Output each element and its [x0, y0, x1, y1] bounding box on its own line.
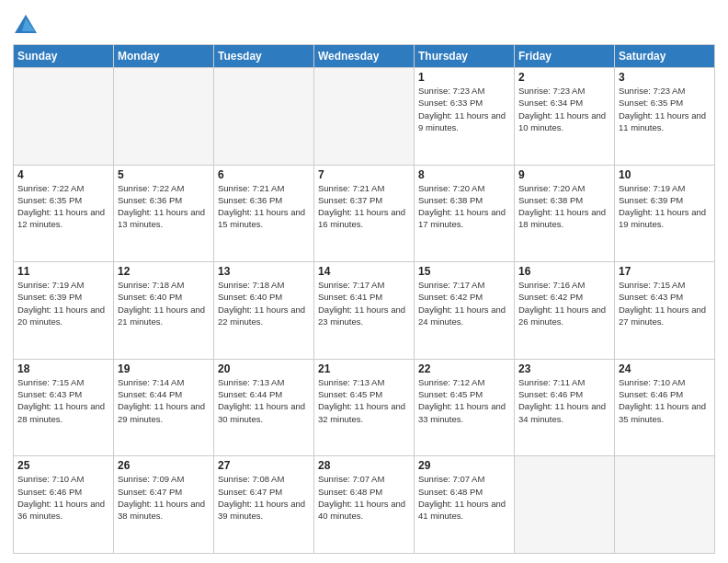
day-info: Sunrise: 7:17 AMSunset: 6:41 PMDaylight:… [318, 279, 410, 327]
calendar-cell: 16Sunrise: 7:16 AMSunset: 6:42 PMDayligh… [515, 262, 615, 360]
weekday-row: SundayMondayTuesdayWednesdayThursdayFrid… [14, 45, 715, 68]
calendar-cell [14, 68, 114, 166]
calendar-cell: 20Sunrise: 7:13 AMSunset: 6:44 PMDayligh… [214, 359, 314, 456]
calendar-cell: 11Sunrise: 7:19 AMSunset: 6:39 PMDayligh… [14, 262, 114, 360]
day-info: Sunrise: 7:12 AMSunset: 6:45 PMDaylight:… [418, 376, 510, 425]
header [13, 9, 715, 39]
day-info: Sunrise: 7:18 AMSunset: 6:40 PMDaylight:… [218, 279, 310, 327]
day-info: Sunrise: 7:14 AMSunset: 6:44 PMDaylight:… [118, 376, 210, 425]
day-info: Sunrise: 7:19 AMSunset: 6:39 PMDaylight:… [17, 279, 109, 327]
calendar-cell: 1Sunrise: 7:23 AMSunset: 6:33 PMDaylight… [415, 68, 515, 166]
weekday-header-friday: Friday [515, 45, 615, 68]
day-info: Sunrise: 7:17 AMSunset: 6:42 PMDaylight:… [418, 279, 510, 327]
page: SundayMondayTuesdayWednesdayThursdayFrid… [0, 0, 728, 563]
calendar-cell: 28Sunrise: 7:07 AMSunset: 6:48 PMDayligh… [314, 456, 415, 554]
weekday-header-monday: Monday [114, 45, 214, 68]
calendar-cell: 23Sunrise: 7:11 AMSunset: 6:46 PMDayligh… [515, 359, 615, 456]
logo-icon [13, 13, 39, 39]
day-number: 28 [318, 459, 410, 472]
calendar-cell: 26Sunrise: 7:09 AMSunset: 6:47 PMDayligh… [114, 456, 214, 554]
day-info: Sunrise: 7:23 AMSunset: 6:34 PMDaylight:… [518, 85, 610, 133]
day-info: Sunrise: 7:10 AMSunset: 6:46 PMDaylight:… [17, 473, 109, 522]
day-info: Sunrise: 7:07 AMSunset: 6:48 PMDaylight:… [418, 473, 510, 522]
day-number: 8 [418, 168, 510, 181]
calendar-cell [615, 456, 715, 554]
day-info: Sunrise: 7:13 AMSunset: 6:44 PMDaylight:… [218, 376, 310, 425]
day-number: 19 [118, 362, 210, 375]
calendar-cell: 4Sunrise: 7:22 AMSunset: 6:35 PMDaylight… [14, 165, 114, 262]
calendar-cell: 25Sunrise: 7:10 AMSunset: 6:46 PMDayligh… [14, 456, 114, 554]
day-number: 7 [318, 168, 410, 181]
day-number: 26 [118, 459, 210, 472]
day-info: Sunrise: 7:09 AMSunset: 6:47 PMDaylight:… [118, 473, 210, 522]
day-number: 9 [518, 168, 610, 181]
calendar-cell: 24Sunrise: 7:10 AMSunset: 6:46 PMDayligh… [615, 359, 715, 456]
day-info: Sunrise: 7:22 AMSunset: 6:36 PMDaylight:… [118, 182, 210, 231]
day-info: Sunrise: 7:20 AMSunset: 6:38 PMDaylight:… [518, 182, 610, 231]
day-number: 24 [619, 362, 711, 375]
weekday-header-sunday: Sunday [14, 45, 114, 68]
day-number: 29 [418, 459, 510, 472]
calendar-cell [114, 68, 214, 166]
day-number: 2 [518, 71, 610, 84]
day-number: 20 [218, 362, 310, 375]
day-number: 17 [619, 265, 711, 278]
calendar-week-3: 11Sunrise: 7:19 AMSunset: 6:39 PMDayligh… [14, 262, 715, 360]
logo [13, 13, 42, 39]
day-info: Sunrise: 7:07 AMSunset: 6:48 PMDaylight:… [318, 473, 410, 522]
day-number: 14 [318, 265, 410, 278]
calendar-cell: 19Sunrise: 7:14 AMSunset: 6:44 PMDayligh… [114, 359, 214, 456]
day-info: Sunrise: 7:23 AMSunset: 6:33 PMDaylight:… [418, 85, 510, 133]
calendar-cell: 22Sunrise: 7:12 AMSunset: 6:45 PMDayligh… [415, 359, 515, 456]
day-number: 15 [418, 265, 510, 278]
day-info: Sunrise: 7:10 AMSunset: 6:46 PMDaylight:… [619, 376, 711, 425]
calendar-week-1: 1Sunrise: 7:23 AMSunset: 6:33 PMDaylight… [14, 68, 715, 166]
calendar-cell: 14Sunrise: 7:17 AMSunset: 6:41 PMDayligh… [314, 262, 415, 360]
calendar-body: 1Sunrise: 7:23 AMSunset: 6:33 PMDaylight… [14, 68, 715, 554]
calendar-cell [314, 68, 415, 166]
calendar-cell: 2Sunrise: 7:23 AMSunset: 6:34 PMDaylight… [515, 68, 615, 166]
calendar-week-2: 4Sunrise: 7:22 AMSunset: 6:35 PMDaylight… [14, 165, 715, 262]
calendar-cell: 27Sunrise: 7:08 AMSunset: 6:47 PMDayligh… [214, 456, 314, 554]
day-number: 16 [518, 265, 610, 278]
weekday-header-wednesday: Wednesday [314, 45, 415, 68]
calendar-cell: 8Sunrise: 7:20 AMSunset: 6:38 PMDaylight… [415, 165, 515, 262]
calendar-cell: 18Sunrise: 7:15 AMSunset: 6:43 PMDayligh… [14, 359, 114, 456]
calendar-week-5: 25Sunrise: 7:10 AMSunset: 6:46 PMDayligh… [14, 456, 715, 554]
day-number: 27 [218, 459, 310, 472]
day-info: Sunrise: 7:16 AMSunset: 6:42 PMDaylight:… [518, 279, 610, 327]
calendar-cell: 13Sunrise: 7:18 AMSunset: 6:40 PMDayligh… [214, 262, 314, 360]
calendar-cell: 6Sunrise: 7:21 AMSunset: 6:36 PMDaylight… [214, 165, 314, 262]
day-number: 21 [318, 362, 410, 375]
calendar-cell: 15Sunrise: 7:17 AMSunset: 6:42 PMDayligh… [415, 262, 515, 360]
calendar-cell: 7Sunrise: 7:21 AMSunset: 6:37 PMDaylight… [314, 165, 415, 262]
calendar-cell: 3Sunrise: 7:23 AMSunset: 6:35 PMDaylight… [615, 68, 715, 166]
day-info: Sunrise: 7:22 AMSunset: 6:35 PMDaylight:… [17, 182, 109, 231]
calendar-cell: 21Sunrise: 7:13 AMSunset: 6:45 PMDayligh… [314, 359, 415, 456]
calendar-cell: 12Sunrise: 7:18 AMSunset: 6:40 PMDayligh… [114, 262, 214, 360]
day-info: Sunrise: 7:08 AMSunset: 6:47 PMDaylight:… [218, 473, 310, 522]
day-info: Sunrise: 7:18 AMSunset: 6:40 PMDaylight:… [118, 279, 210, 327]
day-info: Sunrise: 7:19 AMSunset: 6:39 PMDaylight:… [619, 182, 711, 231]
calendar-cell: 9Sunrise: 7:20 AMSunset: 6:38 PMDaylight… [515, 165, 615, 262]
weekday-header-thursday: Thursday [415, 45, 515, 68]
calendar-table: SundayMondayTuesdayWednesdayThursdayFrid… [13, 44, 715, 554]
day-info: Sunrise: 7:20 AMSunset: 6:38 PMDaylight:… [418, 182, 510, 231]
day-number: 5 [118, 168, 210, 181]
day-number: 25 [17, 459, 109, 472]
calendar-cell: 5Sunrise: 7:22 AMSunset: 6:36 PMDaylight… [114, 165, 214, 262]
day-info: Sunrise: 7:23 AMSunset: 6:35 PMDaylight:… [619, 85, 711, 133]
calendar-header: SundayMondayTuesdayWednesdayThursdayFrid… [14, 45, 715, 68]
day-number: 13 [218, 265, 310, 278]
day-info: Sunrise: 7:13 AMSunset: 6:45 PMDaylight:… [318, 376, 410, 425]
calendar-cell: 29Sunrise: 7:07 AMSunset: 6:48 PMDayligh… [415, 456, 515, 554]
day-info: Sunrise: 7:15 AMSunset: 6:43 PMDaylight:… [619, 279, 711, 327]
day-number: 23 [518, 362, 610, 375]
day-number: 4 [17, 168, 109, 181]
calendar-cell: 17Sunrise: 7:15 AMSunset: 6:43 PMDayligh… [615, 262, 715, 360]
day-info: Sunrise: 7:15 AMSunset: 6:43 PMDaylight:… [17, 376, 109, 425]
calendar-week-4: 18Sunrise: 7:15 AMSunset: 6:43 PMDayligh… [14, 359, 715, 456]
day-number: 6 [218, 168, 310, 181]
day-info: Sunrise: 7:21 AMSunset: 6:36 PMDaylight:… [218, 182, 310, 231]
calendar-cell: 10Sunrise: 7:19 AMSunset: 6:39 PMDayligh… [615, 165, 715, 262]
